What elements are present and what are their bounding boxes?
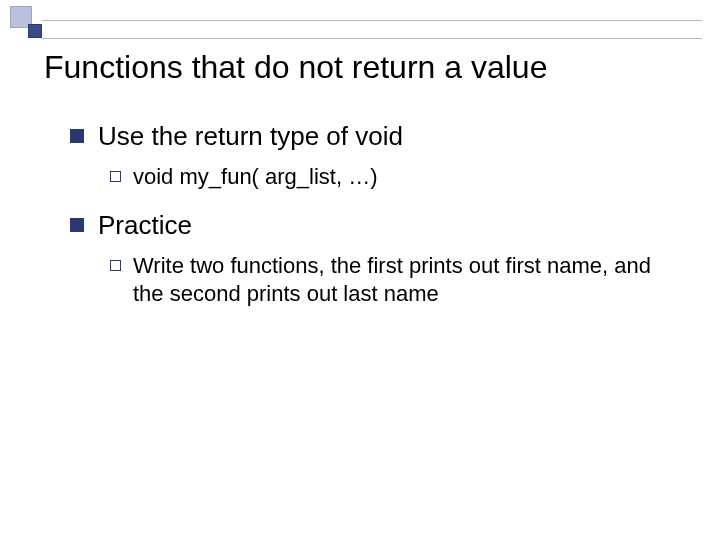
deco-square-dark	[28, 24, 42, 38]
square-bullet-icon	[70, 218, 84, 232]
deco-square-light	[10, 6, 32, 28]
slide-deco	[0, 0, 720, 40]
sub-bullet-text: void my_fun( arg_list, …)	[133, 163, 378, 192]
sub-bullet-text: Write two functions, the first prints ou…	[133, 252, 653, 309]
slide-body: Use the return type of void void my_fun(…	[70, 120, 660, 327]
hollow-square-bullet-icon	[110, 171, 121, 182]
bullet-item: Practice	[70, 209, 660, 242]
hollow-square-bullet-icon	[110, 260, 121, 271]
square-bullet-icon	[70, 129, 84, 143]
slide-title: Functions that do not return a value	[44, 50, 690, 85]
deco-line-bottom	[42, 38, 702, 39]
deco-line-top	[42, 20, 702, 21]
bullet-text: Practice	[98, 209, 192, 242]
bullet-text: Use the return type of void	[98, 120, 403, 153]
slide: Functions that do not return a value Use…	[0, 0, 720, 540]
bullet-item: Use the return type of void	[70, 120, 660, 153]
sub-bullet-item: Write two functions, the first prints ou…	[110, 252, 660, 309]
sub-bullet-item: void my_fun( arg_list, …)	[110, 163, 660, 192]
